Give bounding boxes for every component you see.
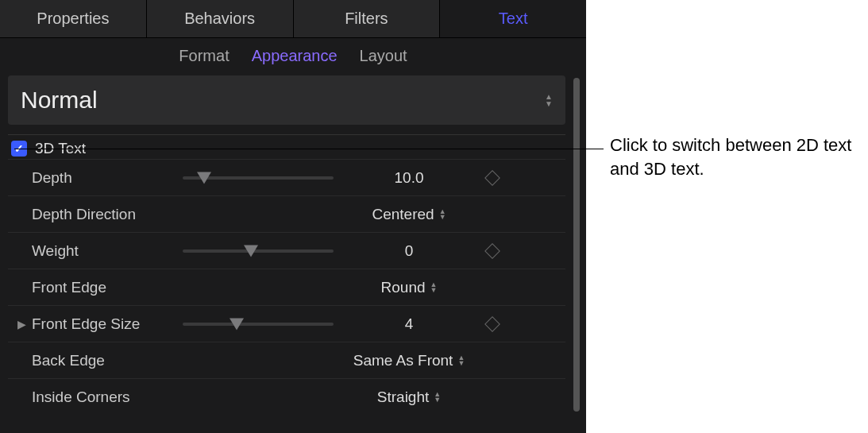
row-inside-corners: Inside Corners Straight ▲▼ <box>8 378 565 415</box>
updown-icon: ▲▼ <box>545 94 553 107</box>
updown-icon: ▲▼ <box>430 282 438 293</box>
dropdown-depth-direction[interactable]: Centered ▲▼ <box>349 206 469 223</box>
value-inside-corners: Straight <box>377 389 429 406</box>
subtab-appearance[interactable]: Appearance <box>252 47 338 65</box>
row-depth: Depth 10.0 <box>8 159 565 195</box>
label-front-edge-size: Front Edge Size <box>32 315 183 333</box>
tab-text[interactable]: Text <box>440 0 586 37</box>
slider-thumb-icon <box>197 172 211 184</box>
callout-line <box>14 149 604 149</box>
sub-tabs: Format Appearance Layout <box>0 38 586 73</box>
row-depth-direction: Depth Direction Centered ▲▼ <box>8 195 565 232</box>
value-front-edge-size[interactable]: 4 <box>349 315 469 333</box>
tab-filters[interactable]: Filters <box>294 0 441 37</box>
params: Normal ▲▼ ✓ 3D Text Depth 10.0 <box>0 73 573 415</box>
tab-properties[interactable]: Properties <box>0 0 147 37</box>
keyframe-front-edge-size[interactable] <box>484 316 500 332</box>
content-area: Normal ▲▼ ✓ 3D Text Depth 10.0 <box>0 73 586 415</box>
section-3d-text: ✓ 3D Text <box>8 134 565 159</box>
value-front-edge: Round <box>381 279 426 296</box>
callout-text: Click to switch between 2D text and 3D t… <box>610 133 868 180</box>
row-back-edge: Back Edge Same As Front ▲▼ <box>8 342 565 378</box>
row-front-edge-size: ▶ Front Edge Size 4 <box>8 305 565 342</box>
subtab-format[interactable]: Format <box>179 47 229 65</box>
slider-front-edge-size[interactable] <box>183 323 334 326</box>
label-depth-direction: Depth Direction <box>32 206 183 223</box>
subtab-layout[interactable]: Layout <box>360 47 407 65</box>
updown-icon: ▲▼ <box>439 209 446 220</box>
dropdown-back-edge[interactable]: Same As Front ▲▼ <box>349 352 469 369</box>
slider-thumb-icon <box>244 245 258 257</box>
value-depth-direction: Centered <box>372 206 434 223</box>
tab-behaviors[interactable]: Behaviors <box>147 0 294 37</box>
updown-icon: ▲▼ <box>457 355 465 366</box>
slider-depth[interactable] <box>183 176 334 180</box>
value-depth[interactable]: 10.0 <box>349 169 469 187</box>
label-weight: Weight <box>32 242 183 260</box>
preset-name: Normal <box>21 87 545 114</box>
value-back-edge: Same As Front <box>353 352 453 369</box>
value-weight[interactable]: 0 <box>349 242 469 260</box>
keyframe-depth[interactable] <box>484 170 500 186</box>
label-front-edge: Front Edge <box>32 279 183 296</box>
label-back-edge: Back Edge <box>32 352 183 369</box>
row-weight: Weight 0 <box>8 232 565 269</box>
keyframe-weight[interactable] <box>484 243 500 259</box>
slider-thumb-icon <box>230 318 244 330</box>
vertical-scrollbar[interactable] <box>573 78 580 412</box>
preset-dropdown[interactable]: Normal ▲▼ <box>8 75 565 125</box>
dropdown-inside-corners[interactable]: Straight ▲▼ <box>349 389 469 406</box>
top-tabs: Properties Behaviors Filters Text <box>0 0 586 38</box>
inspector-panel: Properties Behaviors Filters Text Format… <box>0 0 586 433</box>
annotation-area: Click to switch between 2D text and 3D t… <box>586 0 868 433</box>
updown-icon: ▲▼ <box>434 392 441 403</box>
disclosure-front-edge-size[interactable]: ▶ <box>11 318 32 331</box>
label-inside-corners: Inside Corners <box>32 389 183 406</box>
label-depth: Depth <box>32 169 183 187</box>
row-front-edge: Front Edge Round ▲▼ <box>8 269 565 305</box>
slider-weight[interactable] <box>183 249 334 253</box>
dropdown-front-edge[interactable]: Round ▲▼ <box>349 279 469 296</box>
